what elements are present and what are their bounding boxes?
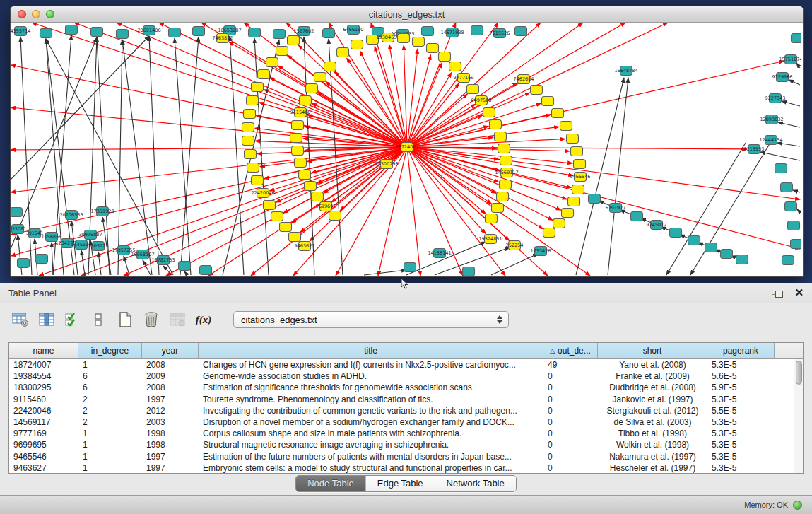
cell-title[interactable]: Changes of HCN gene expression and I(f) … (199, 360, 543, 370)
cell-out-de-[interactable]: 0 (543, 406, 598, 416)
column-header-short[interactable]: short (598, 343, 707, 358)
graph-node[interactable] (247, 163, 259, 173)
cell-out-de-[interactable]: 0 (543, 452, 598, 462)
graph-node[interactable] (497, 192, 509, 201)
show-columns-icon[interactable] (37, 310, 56, 329)
graph-node[interactable] (490, 120, 502, 129)
graph-node[interactable]: 14136141 (428, 249, 451, 258)
cell-name[interactable]: 14569117 (9, 417, 78, 427)
cell-short[interactable]: Hescheler et al. (1997) (598, 463, 707, 473)
cell-short[interactable]: Dudbridge et al. (2008) (598, 382, 707, 392)
graph-node[interactable] (351, 40, 363, 49)
graph-node[interactable] (18, 259, 30, 268)
table-row[interactable]: 911546021997Tourette syndrome. Phenomeno… (9, 394, 803, 405)
table-row[interactable]: 977716911998Corpus callosum shape and si… (9, 428, 803, 439)
cell-in-degree[interactable]: 1 (78, 452, 142, 462)
graph-node[interactable]: 19384554 (376, 33, 399, 42)
graph-node[interactable] (688, 236, 700, 245)
cell-in-degree[interactable]: 2 (78, 406, 142, 416)
graph-node[interactable]: 9463627 (295, 242, 315, 251)
graph-node[interactable] (553, 219, 565, 228)
column-header-pagerank[interactable]: pagerank (707, 343, 775, 358)
cell-in-degree[interactable]: 6 (78, 382, 142, 392)
graph-node[interactable]: 252254 (506, 241, 524, 250)
tab-network-table[interactable]: Network Table (435, 476, 516, 491)
column-header-title[interactable]: title (199, 343, 543, 358)
graph-node[interactable] (568, 197, 580, 206)
graph-node[interactable]: 15751074 (779, 55, 801, 64)
graph-node[interactable] (292, 146, 304, 156)
cell-in-degree[interactable]: 1 (78, 360, 142, 370)
cell-name[interactable]: 19384554 (9, 371, 78, 381)
cell-year[interactable]: 2008 (142, 360, 199, 370)
graph-node[interactable]: 7462604 (514, 75, 534, 84)
delete-table-icon[interactable] (142, 310, 160, 329)
graph-node[interactable] (91, 28, 103, 37)
graph-node[interactable] (117, 30, 129, 39)
graph-node[interactable] (449, 62, 461, 71)
cell-title[interactable]: Investigating the contribution of common… (199, 406, 543, 416)
float-panel-icon[interactable] (772, 288, 783, 298)
graph-node[interactable] (252, 83, 264, 92)
cell-out-de-[interactable]: 0 (543, 417, 598, 427)
cell-title[interactable]: Embryonic stem cells: a model to study s… (199, 463, 543, 473)
graph-node[interactable] (562, 209, 574, 218)
cell-year[interactable]: 1997 (142, 463, 199, 473)
cell-pagerank[interactable]: 5.9E-5 (707, 382, 775, 392)
graph-node[interactable] (567, 134, 579, 144)
graph-node[interactable] (736, 255, 748, 264)
graph-node[interactable] (631, 212, 643, 221)
graph-node[interactable] (492, 204, 504, 213)
graph-node[interactable] (413, 37, 425, 47)
cell-pagerank[interactable]: 5.5E-5 (707, 406, 775, 416)
cell-year[interactable]: 1998 (142, 428, 199, 438)
cell-title[interactable]: Structural magnetic resonance image aver… (199, 440, 543, 450)
cell-pagerank[interactable]: 5.6E-5 (707, 371, 775, 381)
new-table-icon[interactable] (116, 310, 134, 329)
graph-node[interactable] (295, 158, 307, 168)
graph-node[interactable] (788, 221, 800, 230)
graph-node[interactable] (500, 156, 512, 165)
graph-node[interactable] (323, 29, 335, 38)
graph-node[interactable]: 19524851 (478, 235, 502, 244)
graph-node[interactable] (193, 27, 205, 36)
graph-node[interactable] (483, 108, 495, 117)
cell-name[interactable]: 9115460 (9, 395, 78, 404)
graph-node[interactable]: 20206535 (59, 211, 83, 220)
graph-node[interactable] (467, 85, 479, 94)
graph-node[interactable] (299, 170, 311, 180)
cell-in-degree[interactable]: 2 (78, 417, 142, 427)
graph-node[interactable] (245, 150, 257, 159)
graph-node[interactable] (273, 30, 286, 39)
cell-title[interactable]: Tourette syndrome. Phenomenology and cla… (199, 395, 543, 404)
graph-node[interactable] (515, 27, 527, 36)
cell-pagerank[interactable]: 5.3E-5 (707, 428, 775, 438)
graph-node[interactable] (404, 263, 416, 272)
graph-node[interactable] (785, 202, 797, 211)
close-panel-icon[interactable]: ✕ (794, 288, 804, 298)
graph-node[interactable]: 1527602 (294, 27, 314, 36)
graph-node[interactable] (329, 211, 341, 221)
cell-short[interactable]: Stergiakouli et al. (2012) (598, 406, 707, 416)
graph-node[interactable] (498, 144, 510, 153)
cell-name[interactable]: 18724007 (9, 360, 78, 370)
graph-node[interactable] (276, 47, 288, 56)
cell-short[interactable]: Tibbo et al. (1998) (598, 428, 707, 438)
graph-node[interactable]: 14671938 (440, 28, 464, 37)
graph-node[interactable] (486, 214, 498, 223)
vertical-scrollbar[interactable] (794, 359, 803, 473)
graph-node[interactable] (312, 192, 324, 201)
graph-node[interactable] (40, 29, 52, 38)
graph-node[interactable] (574, 160, 586, 169)
graph-node[interactable] (36, 255, 48, 264)
graph-node[interactable] (782, 256, 794, 265)
graph-node[interactable]: 22420046 (251, 189, 274, 198)
minimize-window-button[interactable] (32, 10, 40, 18)
table-row[interactable]: 1938455462009Genome-wide association stu… (9, 370, 803, 382)
graph-node[interactable] (543, 228, 555, 238)
column-header-year[interactable]: year (142, 343, 199, 358)
cell-out-de-[interactable]: 0 (543, 463, 598, 473)
graph-node[interactable] (11, 208, 23, 217)
graph-node[interactable]: 9699695 (316, 202, 336, 211)
graph-node[interactable] (306, 84, 318, 93)
